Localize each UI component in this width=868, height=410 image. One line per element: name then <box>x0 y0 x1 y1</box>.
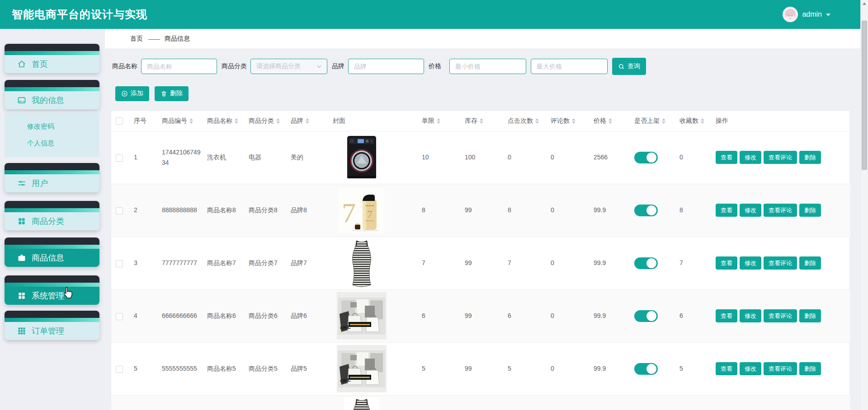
sidebar-item-3[interactable]: 商品分类 <box>5 201 99 230</box>
avatar[interactable] <box>783 7 798 22</box>
sidebar-item-0[interactable]: 首页 <box>5 44 99 73</box>
column-header-12[interactable]: 收藏数 <box>675 111 711 131</box>
cell-clicks: 8 <box>503 184 546 237</box>
sort-carets-icon[interactable] <box>306 118 309 124</box>
column-header-7[interactable]: 库存 <box>460 111 503 131</box>
cell-index: 2 <box>129 184 157 237</box>
view-comments-button[interactable]: 查看评论 <box>764 256 797 270</box>
on-shelf-toggle[interactable] <box>634 205 658 216</box>
sort-carets-icon[interactable] <box>609 118 612 124</box>
view-button[interactable]: 查看 <box>716 309 737 322</box>
sort-carets-icon[interactable] <box>437 118 440 124</box>
edit-button[interactable]: 修改 <box>740 362 761 375</box>
view-comments-button[interactable]: 查看评论 <box>764 151 797 164</box>
cell-index: 3 <box>129 237 157 289</box>
column-header-1[interactable]: 商品编号 <box>157 111 203 131</box>
striped-dress-cover <box>337 239 387 288</box>
cell-favorites: 6 <box>675 289 711 342</box>
cell-product-name: 商品名称5 <box>203 342 244 395</box>
edit-button[interactable]: 修改 <box>740 151 761 164</box>
scrollbar-thumb[interactable] <box>862 21 867 170</box>
search-button[interactable]: 查询 <box>612 58 646 75</box>
menu-card-band <box>5 201 99 208</box>
row-checkbox[interactable] <box>116 366 123 373</box>
edit-button[interactable]: 修改 <box>740 256 761 270</box>
column-header-10[interactable]: 价格 <box>589 111 630 131</box>
sidebar-subitem-1-0[interactable]: 修改密码 <box>5 118 99 135</box>
max-price-input[interactable] <box>531 59 608 74</box>
sidebar-item-2[interactable]: 用户 <box>5 163 99 192</box>
sort-carets-icon[interactable] <box>189 118 193 124</box>
category-select[interactable]: 请选择商品分类 <box>250 59 327 74</box>
add-button[interactable]: 添加 <box>115 86 149 101</box>
delete-button[interactable]: 删除 <box>155 86 189 101</box>
column-header-9[interactable]: 评论数 <box>546 111 589 131</box>
cell-brand: 品牌8 <box>286 184 322 237</box>
sort-carets-icon[interactable] <box>572 118 576 124</box>
sidebar-item-1[interactable]: 我的信息 <box>5 80 99 109</box>
category-label: 商品分类 <box>222 62 247 70</box>
table-row: 37777777777商品名称7商品分类7品牌77997099.97查看修改查看… <box>111 237 850 289</box>
menu-card-strip <box>5 208 99 212</box>
column-header-4[interactable]: 品牌 <box>286 111 322 131</box>
id-card-icon <box>17 96 26 105</box>
sort-carets-icon[interactable] <box>235 118 238 124</box>
view-button[interactable]: 查看 <box>716 256 737 270</box>
sort-carets-icon[interactable] <box>535 118 539 124</box>
cell-product-no: 6666666666 <box>157 289 203 342</box>
column-header-2[interactable]: 商品名称 <box>203 111 244 131</box>
user-menu[interactable]: admin <box>783 7 860 22</box>
cell-limit: 7 <box>417 237 460 289</box>
column-header-3[interactable]: 商品分类 <box>244 111 286 131</box>
view-button[interactable]: 查看 <box>716 204 737 217</box>
view-comments-button[interactable]: 查看评论 <box>764 204 797 217</box>
sort-carets-icon[interactable] <box>701 118 704 124</box>
row-checkbox[interactable] <box>116 260 123 267</box>
brand-input[interactable] <box>348 59 424 74</box>
sidebar-item-6[interactable]: 订单管理 <box>5 311 99 340</box>
search-button-label: 查询 <box>627 62 640 70</box>
breadcrumb-home[interactable]: 首页 <box>130 35 143 43</box>
breadcrumb-current: 商品信息 <box>165 35 190 43</box>
product-name-input[interactable] <box>141 59 217 74</box>
edit-button[interactable]: 修改 <box>740 309 761 322</box>
on-shelf-toggle[interactable] <box>634 257 658 269</box>
sidebar-item-4[interactable]: 商品信息 <box>5 238 99 267</box>
delete-row-button[interactable]: 删除 <box>799 309 821 322</box>
toolbar: 添加 删除 <box>105 86 189 101</box>
washing-machine-cover <box>337 135 387 180</box>
scroll-up-arrow[interactable] <box>863 2 866 5</box>
table-row: 46666666666商品名称6商品分类6品牌6OKL6996099.96查看修… <box>111 289 850 342</box>
delete-row-button[interactable]: 删除 <box>799 204 821 217</box>
sidebar-item-label: 商品分类 <box>32 216 64 227</box>
view-comments-button[interactable]: 查看评论 <box>764 362 797 375</box>
delete-row-button[interactable]: 删除 <box>799 151 821 164</box>
sidebar: 首页我的信息修改密码个人信息用户商品分类商品信息系统管理订单管理 <box>0 29 105 410</box>
sort-carets-icon[interactable] <box>480 118 483 124</box>
delete-row-button[interactable]: 删除 <box>799 256 821 270</box>
row-checkbox[interactable] <box>116 154 123 162</box>
cell-favorites: 8 <box>675 184 711 237</box>
view-comments-button[interactable]: 查看评论 <box>764 309 797 322</box>
view-button[interactable]: 查看 <box>716 362 737 375</box>
sidebar-subitem-1-1[interactable]: 个人信息 <box>5 135 99 152</box>
on-shelf-toggle[interactable] <box>634 310 658 322</box>
cell-brand: 品牌7 <box>286 237 322 289</box>
on-shelf-toggle[interactable] <box>634 363 658 375</box>
column-header-11[interactable]: 是否上架 <box>630 111 675 131</box>
row-checkbox[interactable] <box>116 207 123 214</box>
edit-button[interactable]: 修改 <box>740 204 761 217</box>
sort-carets-icon[interactable] <box>276 118 280 124</box>
column-header-6[interactable]: 单限 <box>417 111 460 131</box>
min-price-input[interactable] <box>449 59 526 74</box>
on-shelf-toggle[interactable] <box>634 152 658 163</box>
delete-row-button[interactable]: 删除 <box>799 362 821 375</box>
sort-carets-icon[interactable] <box>662 118 665 124</box>
sidebar-item-5[interactable]: 系统管理 <box>5 275 99 305</box>
row-checkbox[interactable] <box>116 313 123 320</box>
view-button[interactable]: 查看 <box>716 151 737 164</box>
column-header-8[interactable]: 点击次数 <box>503 111 546 131</box>
select-all-checkbox[interactable] <box>116 117 123 125</box>
sidebar-item-label: 订单管理 <box>32 326 64 336</box>
cell-index: 5 <box>129 342 157 395</box>
